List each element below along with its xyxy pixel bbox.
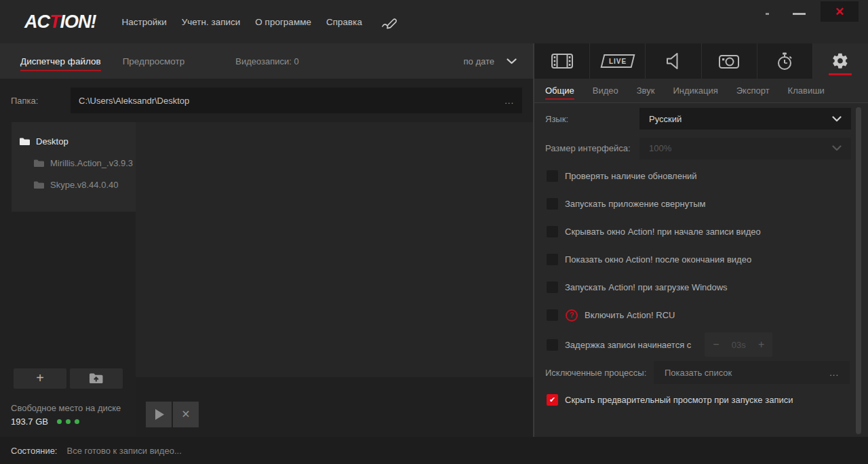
tab-preview[interactable]: Предпросмотр (123, 56, 185, 66)
stepper-minus-button[interactable]: − (713, 339, 719, 350)
folder-tree-sidebar: Desktop Mirillis.Action_.v3.9.3 Skype.v8… (0, 122, 136, 437)
tab-file-manager[interactable]: Диспетчер файлов (20, 56, 101, 71)
drawing-pen-icon[interactable] (381, 14, 401, 29)
tree-item-skype[interactable]: Skype.v8.44.0.40 (12, 174, 136, 195)
status-bar: Состояние: Все готово к записи видео... (0, 437, 868, 464)
settings-scrollbar[interactable] (856, 107, 861, 434)
menu-settings[interactable]: Настройки (122, 17, 167, 27)
sidebar-buttons: + (14, 368, 123, 389)
tab-general[interactable]: Общие (545, 85, 574, 100)
tab-export[interactable]: Экспорт (736, 85, 770, 96)
stepper-plus-button[interactable]: + (758, 339, 764, 350)
menu-help[interactable]: Справка (326, 17, 362, 27)
rcu-help-icon[interactable]: ? (566, 309, 578, 322)
language-label: Язык: (545, 114, 639, 124)
menu-accounts[interactable]: Учетн. записи (182, 17, 241, 27)
close-button[interactable]: ✕ (821, 1, 859, 22)
folder-row: Папка: ... (0, 79, 533, 122)
language-select[interactable]: Русский (639, 108, 851, 130)
ui-size-select: 100% (639, 138, 851, 159)
checkbox-enable-rcu[interactable] (547, 309, 558, 321)
camera-icon (719, 53, 739, 69)
folder-tree: Desktop Mirillis.Action_.v3.9.3 Skype.v8… (12, 122, 136, 212)
sort-dropdown[interactable]: по дате (464, 56, 517, 66)
mode-benchmark-button[interactable] (757, 43, 813, 79)
language-row: Язык: Русский (534, 103, 868, 134)
folder-icon (33, 159, 44, 168)
recordings-grid[interactable]: ✕ (136, 122, 533, 437)
action-logo: ACTION! (24, 12, 96, 33)
folder-icon (33, 180, 44, 189)
tree-item-desktop[interactable]: Desktop (12, 130, 136, 152)
language-value: Русский (649, 114, 682, 124)
mode-bar: LIVE (534, 43, 868, 79)
tree-item-mirillis[interactable]: Mirillis.Action_.v3.9.3 (12, 152, 136, 174)
tab-sound[interactable]: Звук (637, 85, 655, 96)
active-mode-underline (829, 73, 852, 75)
check-icon: ✔ (549, 396, 555, 404)
sort-label: по дате (464, 56, 494, 66)
status-text: Все готово к записи видео... (66, 446, 181, 456)
play-recording-button[interactable] (146, 402, 172, 427)
delay-stepper: − 03s + (705, 332, 772, 357)
green-dot (66, 419, 71, 424)
checkbox-start-with-windows[interactable] (547, 282, 558, 293)
excluded-processes-more-button[interactable]: ... (829, 368, 839, 378)
record-delay-row: Задержка записи начинается с − 03s + (534, 329, 868, 360)
delete-recording-button[interactable]: ✕ (173, 402, 199, 427)
ui-size-label: Размер интерфейса: (545, 143, 639, 153)
excluded-processes-value: Показать список (665, 368, 732, 378)
mode-video-capture-button[interactable] (534, 43, 590, 79)
disk-free-space: Свободное место на диске 193.7 GB (11, 403, 121, 427)
folder-path-input[interactable] (79, 96, 505, 106)
browse-folder-button[interactable]: ... (505, 96, 514, 106)
checkbox-label: Проверять наличие обновлений (565, 171, 697, 181)
tab-hotkeys[interactable]: Клавиши (788, 85, 825, 96)
chevron-down-icon (832, 116, 842, 122)
checkbox-label: Задержка записи начинается с (565, 340, 691, 350)
folder-label: Папка: (11, 96, 71, 106)
mode-screenshot-button[interactable] (702, 43, 757, 79)
live-icon: LIVE (600, 54, 635, 68)
tree-item-label: Skype.v8.44.0.40 (50, 180, 118, 190)
disk-status-dots (57, 419, 79, 424)
green-dot (75, 419, 79, 424)
folder-icon (19, 137, 30, 146)
excluded-processes-field[interactable]: Показать список ... (654, 361, 850, 384)
status-label: Состояние: (11, 446, 57, 456)
folder-open-icon (89, 372, 104, 385)
settings-panel: LIVE (534, 43, 868, 437)
checkbox-label: Запускать Action! при загрузке Windows (565, 282, 728, 292)
minimize-button[interactable] (793, 13, 806, 15)
checkbox-record-delay[interactable] (547, 339, 558, 351)
mode-settings-button[interactable] (813, 43, 868, 79)
checkbox-start-minimized[interactable] (547, 198, 558, 210)
close-icon: ✕ (835, 6, 844, 18)
mode-audio-recording-button[interactable] (646, 43, 701, 79)
chevron-down-icon (832, 145, 842, 151)
minimize-to-tray-button[interactable] (766, 13, 769, 15)
free-space-value: 193.7 GB (11, 417, 48, 427)
gear-icon (831, 52, 849, 70)
open-folder-button[interactable] (70, 368, 123, 389)
checkbox-hide-preview[interactable]: ✔ (547, 394, 558, 406)
tab-video[interactable]: Видео (593, 85, 618, 96)
show-after-record-row: Показать окно Action! после окончания ви… (534, 246, 868, 273)
mode-live-streaming-button[interactable]: LIVE (590, 43, 646, 79)
checkbox-check-updates[interactable] (547, 170, 558, 182)
play-icon (155, 409, 164, 420)
checkbox-label: Скрывать окно Action! при начале записи … (565, 227, 761, 237)
tree-item-label: Mirillis.Action_.v3.9.3 (50, 158, 133, 168)
plus-icon: + (36, 371, 44, 385)
ui-size-value: 100% (649, 143, 671, 153)
add-folder-button[interactable]: + (14, 368, 66, 389)
hide-on-record-row: Скрывать окно Action! при начале записи … (534, 218, 868, 246)
grid-toolbar: ✕ (136, 377, 533, 437)
tab-hud[interactable]: Индикация (673, 85, 717, 96)
chevron-down-icon (507, 58, 517, 64)
general-settings: Язык: Русский Размер интерфейса: 100% (534, 103, 868, 437)
menu-about[interactable]: О программе (255, 17, 311, 27)
checkbox-show-after-record[interactable] (547, 254, 558, 265)
settings-tab-bar: Общие Видео Звук Индикация Экспорт Клави… (534, 79, 868, 103)
checkbox-hide-on-record[interactable] (547, 226, 558, 237)
